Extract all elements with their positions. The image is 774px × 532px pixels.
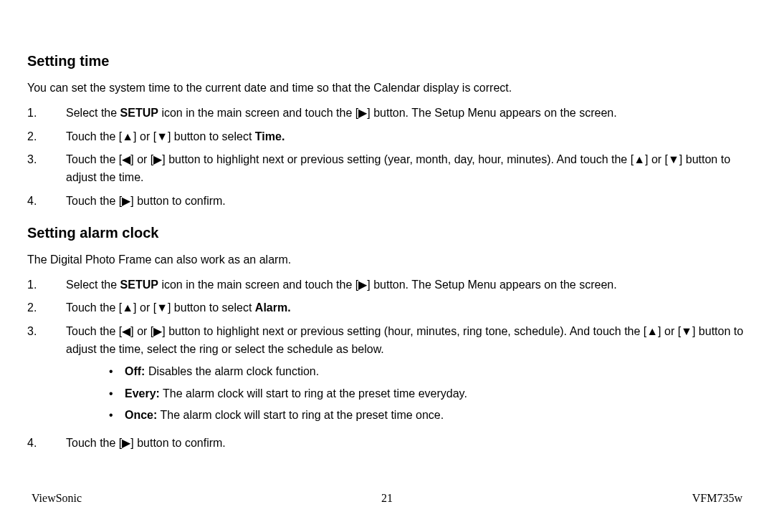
up-icon: [▲] [644, 325, 661, 337]
step-1: 1. Select the SETUP icon in the main scr… [27, 105, 747, 122]
step-number: 2. [27, 128, 66, 146]
manual-page: Setting time You can set the system time… [0, 0, 774, 532]
footer-brand: ViewSonic [32, 490, 82, 508]
step-number: 1. [27, 276, 66, 294]
step-body: Select the SETUP icon in the main screen… [66, 276, 747, 294]
right-icon: [▶] [150, 153, 166, 165]
bullet-off: Off: Disables the alarm clock function. [109, 363, 747, 381]
left-icon: [◀] [119, 153, 134, 165]
steps-setting-alarm: 1. Select the SETUP icon in the main scr… [27, 276, 747, 453]
step-3: 3. Touch the [◀] or [▶] button to highli… [27, 323, 747, 429]
down-icon: [▼] [665, 153, 683, 165]
up-icon: [▲] [631, 153, 649, 165]
left-icon: [◀] [119, 325, 134, 337]
right-icon: [▶] [355, 107, 371, 119]
footer-page-number: 21 [381, 490, 393, 508]
up-icon: [▲] [119, 301, 137, 314]
down-icon: [▼] [153, 301, 171, 314]
step-number: 2. [27, 299, 66, 317]
step-number: 1. [27, 105, 66, 122]
footer-model: VFM735w [692, 490, 742, 508]
step-body: Touch the [▶] button to confirm. [66, 435, 747, 453]
step-body: Touch the [▲] or [▼] button to select Ti… [66, 128, 747, 146]
step-number: 3. [27, 151, 66, 187]
down-icon: [▼] [678, 325, 696, 337]
right-icon: [▶] [150, 325, 166, 337]
step-number: 4. [27, 435, 66, 453]
down-icon: [▼] [153, 130, 171, 142]
page-footer: ViewSonic 21 VFM735w [32, 490, 742, 508]
steps-setting-time: 1. Select the SETUP icon in the main scr… [27, 105, 747, 211]
step-body: Touch the [◀] or [▶] button to highlight… [66, 323, 747, 429]
intro-setting-alarm: The Digital Photo Frame can also work as… [27, 251, 747, 269]
alarm-schedule-options: Off: Disables the alarm clock function. … [66, 363, 747, 425]
step-3: 3. Touch the [◀] or [▶] button to highli… [27, 151, 747, 187]
step-number: 3. [27, 323, 66, 429]
step-2: 2. Touch the [▲] or [▼] button to select… [27, 299, 747, 317]
bullet-once: Once: The alarm clock will start to ring… [109, 407, 747, 425]
step-body: Touch the [◀] or [▶] button to highlight… [66, 151, 747, 187]
step-4: 4. Touch the [▶] button to confirm. [27, 193, 747, 211]
bullet-every: Every: The alarm clock will start to rin… [109, 385, 747, 403]
right-icon: [▶] [119, 437, 134, 449]
intro-setting-time: You can set the system time to the curre… [27, 79, 747, 97]
step-1: 1. Select the SETUP icon in the main scr… [27, 276, 747, 294]
step-body: Select the SETUP icon in the main screen… [66, 105, 747, 122]
right-icon: [▶] [355, 279, 371, 291]
step-4: 4. Touch the [▶] button to confirm. [27, 435, 747, 453]
up-icon: [▲] [119, 130, 137, 142]
step-body: Touch the [▶] button to confirm. [66, 193, 747, 211]
step-number: 4. [27, 193, 66, 211]
right-icon: [▶] [119, 195, 134, 207]
step-body: Touch the [▲] or [▼] button to select Al… [66, 299, 747, 317]
heading-setting-alarm: Setting alarm clock [27, 222, 747, 244]
step-2: 2. Touch the [▲] or [▼] button to select… [27, 128, 747, 146]
heading-setting-time: Setting time [27, 50, 747, 72]
